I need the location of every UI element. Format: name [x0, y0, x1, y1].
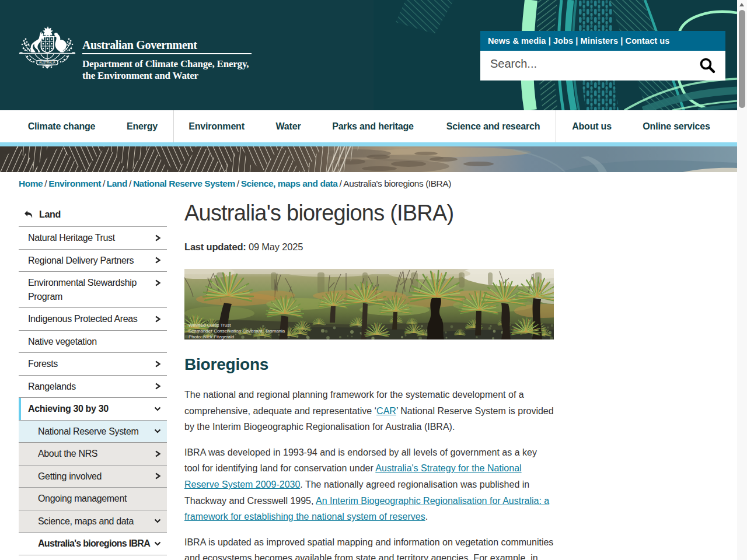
svg-text:Photo: Nick Fitzgerald: Photo: Nick Fitzgerald [189, 334, 234, 340]
svg-text:AUSTRALIA: AUSTRALIA [39, 61, 55, 64]
svg-text:Winifred Curtis Trust: Winifred Curtis Trust [189, 323, 231, 328]
svg-text:Scamander Conservation Covenan: Scamander Conservation Covenant, Tasmani… [189, 328, 285, 334]
